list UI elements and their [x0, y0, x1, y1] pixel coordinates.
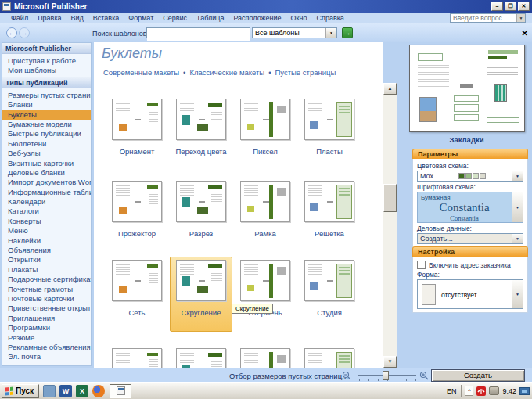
- form-select[interactable]: отсутствует ▼: [417, 279, 523, 309]
- sidebar-item-0[interactable]: Размеры пустых страниц: [2, 91, 91, 100]
- sidebar-item-16[interactable]: Объявления: [2, 246, 91, 255]
- zoom-out-icon[interactable]: [342, 371, 351, 380]
- menu-item-5[interactable]: Сервис: [158, 14, 192, 22]
- sidebar-item-top-0[interactable]: Приступая к работе: [2, 56, 91, 66]
- template-thumb-7[interactable]: [304, 181, 354, 222]
- sidebar-item-2[interactable]: Буклеты: [2, 110, 91, 120]
- menu-item-7[interactable]: Расположение: [228, 14, 286, 22]
- menu-item-2[interactable]: Вид: [66, 14, 88, 22]
- template-label-4[interactable]: Прожектор: [106, 229, 168, 238]
- sidebar-item-14[interactable]: Меню: [2, 226, 91, 235]
- tray-chevron-icon[interactable]: ^: [465, 386, 473, 396]
- template-label-6[interactable]: Рамка: [234, 229, 297, 238]
- back-icon[interactable]: ←: [6, 27, 17, 38]
- menu-item-6[interactable]: Таблица: [192, 14, 228, 22]
- menu-item-4[interactable]: Формат: [124, 14, 158, 22]
- business-data-select[interactable]: Создать... ▼: [417, 233, 523, 244]
- search-input[interactable]: [147, 32, 250, 41]
- go-icon[interactable]: →: [342, 27, 353, 38]
- font-scheme-select[interactable]: Бумажная Constantia Constantia ▼: [417, 192, 523, 223]
- sidebar-item-27[interactable]: Эл. почта: [2, 352, 91, 361]
- template-label-0[interactable]: Орнамент: [106, 147, 168, 156]
- network-tray-icon[interactable]: [519, 387, 530, 395]
- template-label-11[interactable]: Студия: [298, 308, 361, 317]
- template-thumb-8[interactable]: [112, 260, 162, 301]
- sidebar-item-9[interactable]: Импорт документов Word: [2, 178, 91, 187]
- scroll-down-icon[interactable]: ▼: [383, 356, 397, 368]
- template-thumb-9[interactable]: [176, 260, 226, 301]
- sidebar-item-3[interactable]: Бумажные модели: [2, 120, 91, 129]
- clock[interactable]: 9:42: [502, 387, 516, 395]
- template-thumb-2[interactable]: [240, 99, 290, 140]
- sidebar-item-22[interactable]: Приветственные открытки: [2, 304, 91, 313]
- filter-link-2[interactable]: Пустые страницы: [275, 68, 336, 77]
- template-label-1[interactable]: Переход цвета: [170, 147, 232, 156]
- restore-icon[interactable]: ❐: [505, 2, 516, 11]
- sidebar-item-12[interactable]: Каталоги: [2, 207, 91, 216]
- create-button[interactable]: Создать: [431, 369, 525, 382]
- template-thumb-1[interactable]: [176, 99, 226, 140]
- show-desktop-icon[interactable]: [43, 385, 56, 397]
- sidebar-item-5[interactable]: Бюллетени: [2, 139, 91, 149]
- sidebar-item-19[interactable]: Подарочные сертификаты: [2, 275, 91, 284]
- sidebar-item-10[interactable]: Информационные табли...: [2, 188, 91, 197]
- template-thumb-partial-0[interactable]: [112, 348, 162, 368]
- customize-header[interactable]: Настройка: [412, 246, 528, 257]
- menu-item-8[interactable]: Окно: [286, 14, 312, 22]
- start-button[interactable]: Пуск: [2, 384, 39, 398]
- active-task-button[interactable]: [110, 384, 131, 398]
- template-thumb-partial-1[interactable]: [176, 348, 226, 368]
- scroll-up-icon[interactable]: ▲: [383, 83, 397, 95]
- sidebar-item-top-1[interactable]: Мои шаблоны: [2, 66, 91, 75]
- zoom-slider-handle[interactable]: [383, 371, 389, 380]
- question-dropdown-icon[interactable]: ▼: [516, 14, 525, 22]
- sidebar-item-17[interactable]: Открытки: [2, 255, 91, 264]
- template-thumb-0[interactable]: [112, 99, 162, 140]
- sidebar-item-21[interactable]: Почтовые карточки: [2, 294, 91, 304]
- sidebar-item-7[interactable]: Визитные карточки: [2, 159, 91, 168]
- options-header[interactable]: Параметры: [412, 149, 528, 159]
- forward-icon[interactable]: →: [19, 27, 30, 38]
- menu-item-0[interactable]: Файл: [6, 14, 33, 22]
- filter-link-1[interactable]: Классические макеты: [189, 68, 264, 77]
- template-thumb-10[interactable]: [240, 260, 290, 301]
- language-indicator[interactable]: EN: [445, 387, 458, 395]
- sidebar-item-13[interactable]: Конверты: [2, 217, 91, 226]
- sidebar-item-23[interactable]: Приглашения: [2, 314, 91, 323]
- antivirus-tray-icon[interactable]: [476, 386, 486, 396]
- template-thumb-6[interactable]: [240, 181, 290, 222]
- menu-item-3[interactable]: Вставка: [88, 14, 124, 22]
- menu-item-9[interactable]: Справка: [312, 14, 349, 22]
- template-thumb-partial-3[interactable]: [304, 348, 354, 368]
- template-label-5[interactable]: Разрез: [170, 229, 232, 238]
- vertical-scrollbar[interactable]: ▲ ▼: [383, 83, 397, 368]
- sidebar-item-8[interactable]: Деловые бланки: [2, 168, 91, 178]
- device-tray-icon[interactable]: [489, 386, 499, 395]
- template-label-8[interactable]: Сеть: [106, 308, 168, 317]
- excel-icon[interactable]: X: [76, 385, 88, 397]
- template-label-7[interactable]: Решетка: [298, 229, 361, 238]
- template-thumb-partial-2[interactable]: [240, 348, 290, 368]
- firefox-icon[interactable]: [92, 385, 105, 397]
- template-thumb-3[interactable]: [304, 99, 354, 140]
- scrollbar-thumb[interactable]: [383, 184, 397, 212]
- template-label-3[interactable]: Пласты: [298, 147, 361, 156]
- sidebar-item-6[interactable]: Веб-узлы: [2, 149, 91, 158]
- color-scheme-select[interactable]: Мох ▼: [417, 171, 523, 182]
- filter-link-0[interactable]: Современные макеты: [103, 68, 179, 77]
- sidebar-item-11[interactable]: Календари: [2, 197, 91, 207]
- sidebar-item-20[interactable]: Почетные грамоты: [2, 285, 91, 294]
- template-label-9[interactable]: Скругление: [170, 308, 232, 317]
- template-label-2[interactable]: Пиксел: [234, 147, 297, 156]
- template-thumb-5[interactable]: [176, 181, 226, 222]
- question-input[interactable]: [451, 14, 516, 22]
- close-icon[interactable]: ✕: [518, 2, 530, 11]
- minimize-icon[interactable]: –: [491, 2, 503, 11]
- sidebar-item-26[interactable]: Рекламные объявления: [2, 343, 91, 352]
- template-thumb-4[interactable]: [112, 181, 162, 222]
- status-text[interactable]: Отбор размеров пустых страниц...: [229, 372, 348, 380]
- customer-address-checkbox[interactable]: [417, 261, 426, 269]
- word-icon[interactable]: W: [59, 385, 72, 397]
- template-thumb-11[interactable]: [304, 260, 354, 301]
- sidebar-item-24[interactable]: Программки: [2, 323, 91, 332]
